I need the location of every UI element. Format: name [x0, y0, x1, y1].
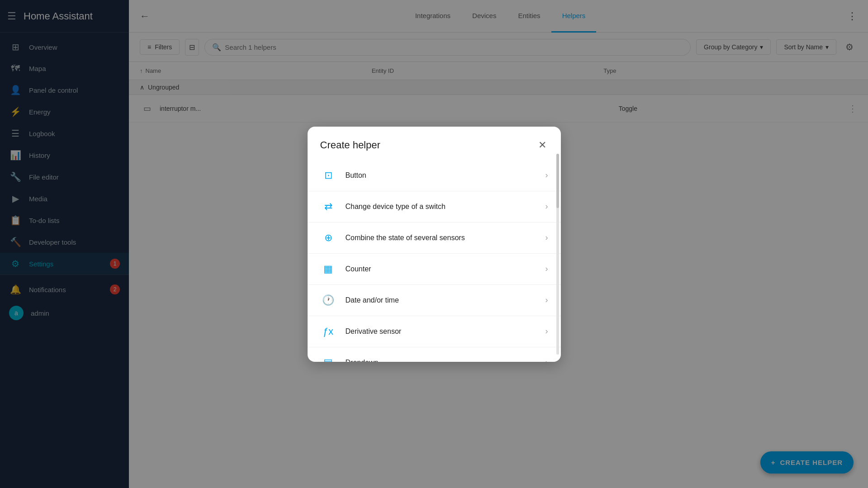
create-helper-dialog: Create helper ✕ ⊡ Button › ⇄ Change devi…: [308, 127, 561, 362]
dropdown-icon: ▤: [320, 355, 337, 362]
dialog-item-counter[interactable]: ▦ Counter ›: [308, 254, 561, 285]
dialog-item-dropdown[interactable]: ▤ Dropdown ›: [308, 347, 561, 362]
chevron-right-icon: ›: [545, 233, 548, 242]
dialog-item-label-combine-sensors: Combine the state of several sensors: [346, 234, 536, 242]
button-icon: ⊡: [320, 167, 337, 184]
datetime-icon: 🕐: [320, 292, 337, 308]
chevron-right-icon: ›: [545, 264, 548, 274]
scrollbar-track: [556, 154, 559, 355]
chevron-right-icon: ›: [545, 171, 548, 180]
dialog-list: ⊡ Button › ⇄ Change device type of a swi…: [308, 160, 561, 362]
chevron-right-icon: ›: [545, 295, 548, 305]
dialog-item-label-change-device: Change device type of a switch: [346, 203, 536, 211]
dialog-item-combine-sensors[interactable]: ⊕ Combine the state of several sensors ›: [308, 223, 561, 254]
scrollbar-thumb: [556, 154, 559, 208]
dialog-item-label-button: Button: [346, 171, 536, 180]
combine-sensors-icon: ⊕: [320, 230, 337, 246]
dialog-item-button[interactable]: ⊡ Button ›: [308, 160, 561, 191]
dialog-item-label-counter: Counter: [346, 265, 536, 273]
dialog-overlay[interactable]: Create helper ✕ ⊡ Button › ⇄ Change devi…: [0, 0, 868, 488]
dialog-item-datetime[interactable]: 🕐 Date and/or time ›: [308, 285, 561, 316]
dialog-item-label-datetime: Date and/or time: [346, 296, 536, 304]
dialog-item-label-derivative: Derivative sensor: [346, 327, 536, 336]
counter-icon: ▦: [320, 261, 337, 277]
dialog-header: Create helper ✕: [308, 127, 561, 160]
chevron-right-icon: ›: [545, 358, 548, 362]
dialog-item-derivative[interactable]: ƒx Derivative sensor ›: [308, 316, 561, 347]
dialog-item-label-dropdown: Dropdown: [346, 359, 536, 362]
change-device-icon: ⇄: [320, 199, 337, 215]
chevron-right-icon: ›: [545, 327, 548, 336]
dialog-item-change-device[interactable]: ⇄ Change device type of a switch ›: [308, 191, 561, 223]
derivative-icon: ƒx: [320, 323, 337, 340]
chevron-right-icon: ›: [545, 202, 548, 211]
dialog-title: Create helper: [320, 139, 380, 151]
dialog-close-button[interactable]: ✕: [536, 137, 548, 153]
